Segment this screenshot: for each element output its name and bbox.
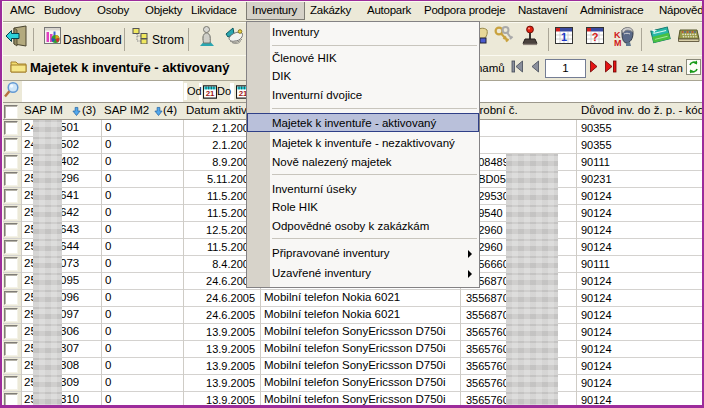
svg-text:1: 1 <box>561 31 567 43</box>
svg-text:21: 21 <box>205 89 214 98</box>
svg-text:?: ? <box>592 31 599 43</box>
svg-text:M: M <box>614 38 622 47</box>
